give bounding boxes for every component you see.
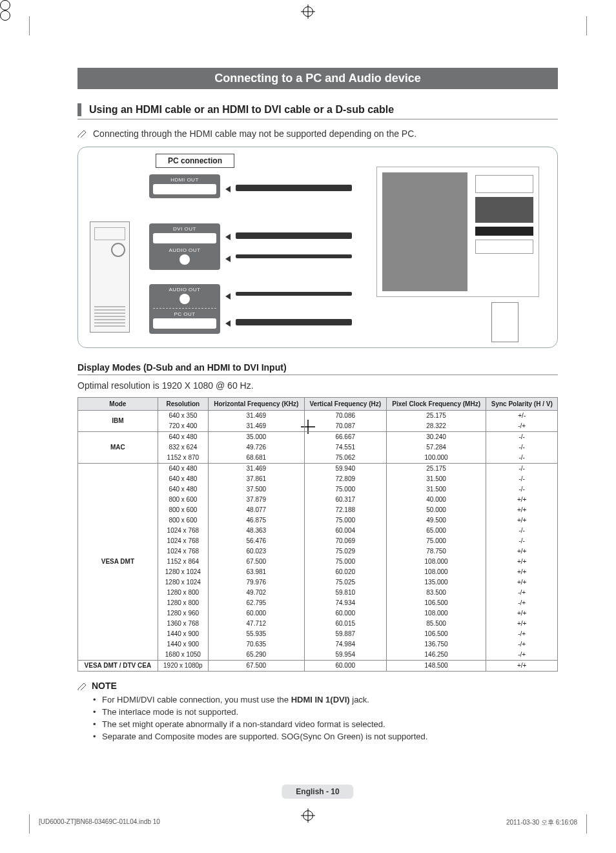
cell-vfreq: 70.087: [304, 421, 386, 432]
registration-mark-icon: [0, 10, 10, 21]
cell-mode: VESA DMT: [78, 464, 158, 661]
cell-resolution: 1440 x 900: [158, 639, 208, 650]
cell-hfreq: 49.702: [208, 588, 304, 598]
notes-heading: NOTE: [77, 681, 558, 691]
cell-polarity: +/+: [486, 661, 558, 672]
audio-jack-icon: [180, 294, 190, 304]
cell-pixclk: 31.500: [386, 484, 486, 495]
cell-polarity: +/+: [486, 567, 558, 577]
table-row: IBM640 x 35031.46970.08625.175+/-: [78, 411, 558, 422]
cell-pixclk: 25.175: [386, 411, 486, 422]
dvi-cable-icon: [236, 232, 352, 239]
cell-pixclk: 57.284: [386, 442, 486, 453]
cell-polarity: +/+: [486, 619, 558, 629]
table-header-row: Mode Resolution Horizontal Frequency (KH…: [78, 398, 558, 411]
cell-vfreq: 72.809: [304, 474, 386, 484]
cell-resolution: 640 x 350: [158, 411, 208, 422]
diagram-label: PC connection: [156, 154, 234, 168]
crop-mark-icon: [29, 814, 30, 834]
table-row: VESA DMT640 x 48031.46959.94025.175-/-: [78, 464, 558, 475]
print-footer: [UD6000-ZT]BN68-03469C-01L04.indb 10 201…: [39, 818, 577, 827]
cell-hfreq: 35.000: [208, 432, 304, 443]
cell-pixclk: 31.500: [386, 474, 486, 484]
port-label: HDMI OUT: [153, 177, 216, 183]
cell-hfreq: 65.290: [208, 650, 304, 661]
col-pixclk: Pixel Clock Frequency (MHz): [386, 398, 486, 411]
port-pcout-group: AUDIO OUT PC OUT: [149, 284, 220, 334]
cell-hfreq: 63.981: [208, 567, 304, 577]
cell-polarity: -/-: [486, 536, 558, 546]
cell-hfreq: 56.476: [208, 536, 304, 546]
cell-vfreq: 60.015: [304, 619, 386, 629]
cell-polarity: +/+: [486, 495, 558, 505]
cell-hfreq: 37.879: [208, 495, 304, 505]
notes-heading-text: NOTE: [92, 681, 117, 691]
cell-polarity: +/+: [486, 505, 558, 515]
cell-resolution: 800 x 600: [158, 515, 208, 526]
cell-polarity: -/+: [486, 588, 558, 598]
cell-hfreq: 31.469: [208, 421, 304, 432]
cell-pixclk: 75.000: [386, 536, 486, 546]
col-hfreq: Horizontal Frequency (KHz): [208, 398, 304, 411]
arrow-left-icon: [225, 186, 231, 192]
cell-pixclk: 30.240: [386, 432, 486, 443]
footer-left: [UD6000-ZT]BN68-03469C-01L04.indb 10: [39, 818, 160, 827]
cell-vfreq: 75.000: [304, 557, 386, 567]
cell-polarity: +/+: [486, 608, 558, 619]
cell-vfreq: 60.020: [304, 567, 386, 577]
cell-pixclk: 108.000: [386, 567, 486, 577]
cell-resolution: 1280 x 960: [158, 608, 208, 619]
cell-vfreq: 75.000: [304, 484, 386, 495]
cell-hfreq: 31.469: [208, 464, 304, 475]
cell-resolution: 1280 x 800: [158, 598, 208, 608]
cell-vfreq: 74.984: [304, 639, 386, 650]
col-polarity: Sync Polarity (H / V): [486, 398, 558, 411]
col-resolution: Resolution: [158, 398, 208, 411]
cell-vfreq: 70.086: [304, 411, 386, 422]
cell-vfreq: 60.317: [304, 495, 386, 505]
crop-mark-icon: [586, 16, 587, 36]
cell-resolution: 720 x 400: [158, 421, 208, 432]
cell-vfreq: 59.810: [304, 588, 386, 598]
cell-resolution: 1280 x 800: [158, 588, 208, 598]
vga-connector-icon: [491, 302, 518, 342]
cell-pixclk: 50.000: [386, 505, 486, 515]
table-row: MAC640 x 48035.00066.66730.240-/-: [78, 432, 558, 443]
cell-vfreq: 59.940: [304, 464, 386, 475]
cell-pixclk: 106.500: [386, 629, 486, 639]
audio-cable-icon: [236, 254, 352, 258]
audio-jack-icon: [180, 254, 190, 265]
cell-vfreq: 75.029: [304, 546, 386, 557]
cell-pixclk: 78.750: [386, 546, 486, 557]
cell-pixclk: 108.000: [386, 557, 486, 567]
section-bar-icon: [77, 103, 81, 116]
cell-hfreq: 47.712: [208, 619, 304, 629]
vga-cable-icon: [236, 319, 352, 325]
crop-mark-icon: [586, 814, 587, 834]
cell-resolution: 800 x 600: [158, 505, 208, 515]
cell-polarity: -/-: [486, 432, 558, 443]
cell-polarity: -/+: [486, 598, 558, 608]
cell-hfreq: 55.935: [208, 629, 304, 639]
cell-resolution: 800 x 600: [158, 495, 208, 505]
cell-mode: IBM: [78, 411, 158, 432]
cell-resolution: 640 x 480: [158, 464, 208, 475]
note-bold: HDMI IN 1(DVI): [291, 695, 350, 704]
cell-resolution: 1024 x 768: [158, 526, 208, 536]
audio-cable-icon: [236, 292, 352, 296]
cell-polarity: +/+: [486, 515, 558, 526]
arrow-left-icon: [225, 293, 231, 300]
cell-pixclk: 106.500: [386, 598, 486, 608]
cell-resolution: 1152 x 864: [158, 557, 208, 567]
tv-rear-panel-icon: [376, 167, 539, 297]
cell-vfreq: 74.551: [304, 442, 386, 453]
optimal-resolution-text: Optimal resolution is 1920 X 1080 @ 60 H…: [77, 380, 558, 391]
note-icon: [77, 683, 88, 690]
cell-hfreq: 37.861: [208, 474, 304, 484]
cell-vfreq: 60.004: [304, 526, 386, 536]
port-label: AUDIO OUT: [153, 247, 216, 253]
cell-resolution: 1680 x 1050: [158, 650, 208, 661]
cell-polarity: -/+: [486, 421, 558, 432]
cell-resolution: 1024 x 768: [158, 536, 208, 546]
document-page: Connecting to a PC and Audio device Usin…: [0, 0, 616, 853]
